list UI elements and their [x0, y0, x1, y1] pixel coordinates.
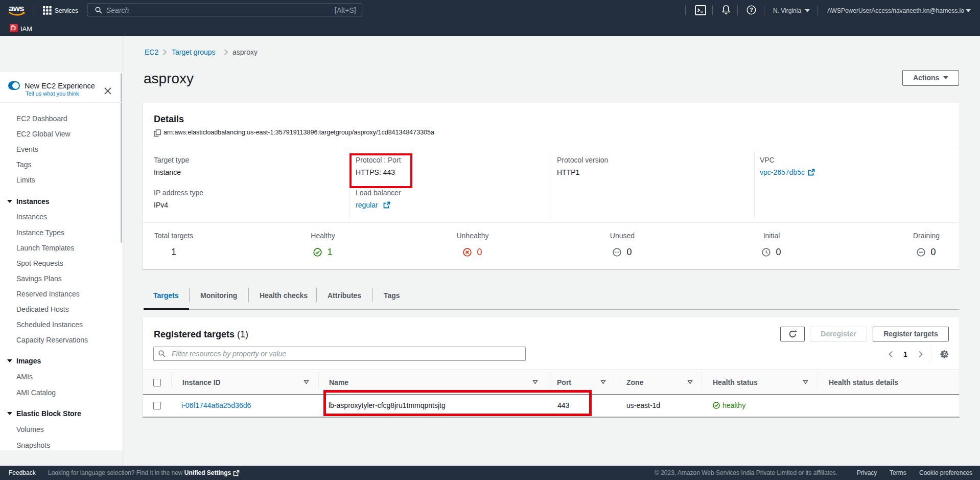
svg-text:?: ?: [750, 7, 753, 13]
svg-text:aws: aws: [9, 4, 24, 13]
